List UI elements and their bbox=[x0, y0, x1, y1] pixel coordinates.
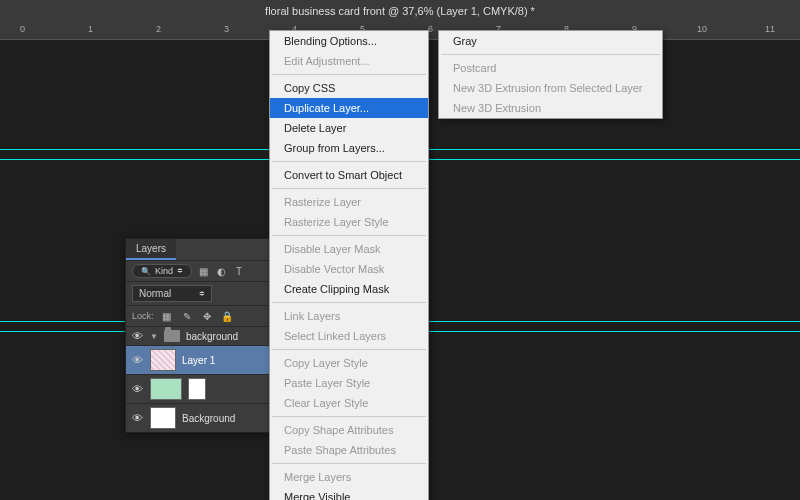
menu-clear-layer-style: Clear Layer Style bbox=[270, 393, 428, 413]
menu-separator bbox=[441, 54, 660, 55]
lock-brush-icon[interactable]: ✎ bbox=[180, 309, 194, 323]
menu-separator bbox=[272, 416, 426, 417]
folder-icon bbox=[164, 330, 180, 342]
layer-thumbnail[interactable] bbox=[150, 349, 176, 371]
layer-row[interactable]: 👁 Background bbox=[126, 403, 269, 432]
layer-row-selected[interactable]: 👁 Layer 1 bbox=[126, 345, 269, 374]
menu-link-layers: Link Layers bbox=[270, 306, 428, 326]
lock-move-icon[interactable]: ✥ bbox=[200, 309, 214, 323]
mask-thumbnail[interactable] bbox=[188, 378, 206, 400]
menu-separator bbox=[272, 302, 426, 303]
menu-copy-layer-style: Copy Layer Style bbox=[270, 353, 428, 373]
lock-row: Lock: ▦ ✎ ✥ 🔒 bbox=[126, 305, 269, 326]
menu-postcard: Postcard bbox=[439, 58, 662, 78]
menu-convert-smart-object[interactable]: Convert to Smart Object bbox=[270, 165, 428, 185]
layer-row[interactable]: 👁 bbox=[126, 374, 269, 403]
lock-transparency-icon[interactable]: ▦ bbox=[160, 309, 174, 323]
layers-panel: Layers Kind ≑ ▦ ◐ T Normal≑ Lock: ▦ ✎ ✥ … bbox=[125, 238, 270, 433]
menu-separator bbox=[272, 349, 426, 350]
menu-merge-layers: Merge Layers bbox=[270, 467, 428, 487]
filter-kind[interactable]: Kind ≑ bbox=[132, 264, 192, 278]
menu-disable-vector-mask: Disable Vector Mask bbox=[270, 259, 428, 279]
chevron-down-icon[interactable]: ▼ bbox=[150, 332, 158, 341]
menu-3d-extrusion-selected: New 3D Extrusion from Selected Layer bbox=[439, 78, 662, 98]
menu-group-from-layers[interactable]: Group from Layers... bbox=[270, 138, 428, 158]
menu-separator bbox=[272, 235, 426, 236]
layer-folder-row[interactable]: 👁 ▼ background bbox=[126, 326, 269, 345]
menu-edit-adjustment: Edit Adjustment... bbox=[270, 51, 428, 71]
context-menu-layer: Blending Options... Edit Adjustment... C… bbox=[269, 30, 429, 500]
menu-paste-shape-attr: Paste Shape Attributes bbox=[270, 440, 428, 460]
lock-all-icon[interactable]: 🔒 bbox=[220, 309, 234, 323]
tab-layers[interactable]: Layers bbox=[126, 239, 176, 260]
menu-create-clipping-mask[interactable]: Create Clipping Mask bbox=[270, 279, 428, 299]
blend-mode-select[interactable]: Normal≑ bbox=[132, 285, 212, 302]
menu-separator bbox=[272, 463, 426, 464]
filter-pixel-icon[interactable]: ▦ bbox=[196, 264, 210, 278]
layer-thumbnail[interactable] bbox=[150, 407, 176, 429]
menu-gray[interactable]: Gray bbox=[439, 31, 662, 51]
menu-paste-layer-style: Paste Layer Style bbox=[270, 373, 428, 393]
menu-blending-options[interactable]: Blending Options... bbox=[270, 31, 428, 51]
menu-rasterize-style: Rasterize Layer Style bbox=[270, 212, 428, 232]
visibility-icon[interactable]: 👁 bbox=[130, 412, 144, 424]
menu-copy-shape-attr: Copy Shape Attributes bbox=[270, 420, 428, 440]
menu-separator bbox=[272, 74, 426, 75]
menu-rasterize-layer: Rasterize Layer bbox=[270, 192, 428, 212]
menu-3d-extrusion: New 3D Extrusion bbox=[439, 98, 662, 118]
menu-merge-visible[interactable]: Merge Visible bbox=[270, 487, 428, 500]
filter-type-icon[interactable]: T bbox=[232, 264, 246, 278]
menu-separator bbox=[272, 188, 426, 189]
menu-copy-css[interactable]: Copy CSS bbox=[270, 78, 428, 98]
visibility-icon[interactable]: 👁 bbox=[130, 354, 144, 366]
menu-delete-layer[interactable]: Delete Layer bbox=[270, 118, 428, 138]
context-submenu: Gray Postcard New 3D Extrusion from Sele… bbox=[438, 30, 663, 119]
menu-disable-layer-mask: Disable Layer Mask bbox=[270, 239, 428, 259]
layer-thumbnail[interactable] bbox=[150, 378, 182, 400]
menu-separator bbox=[272, 161, 426, 162]
menu-select-linked: Select Linked Layers bbox=[270, 326, 428, 346]
visibility-icon[interactable]: 👁 bbox=[130, 383, 144, 395]
filter-adjust-icon[interactable]: ◐ bbox=[214, 264, 228, 278]
menu-duplicate-layer[interactable]: Duplicate Layer... bbox=[270, 98, 428, 118]
document-title: floral business card front @ 37,6% (Laye… bbox=[0, 0, 800, 22]
visibility-icon[interactable]: 👁 bbox=[130, 330, 144, 342]
